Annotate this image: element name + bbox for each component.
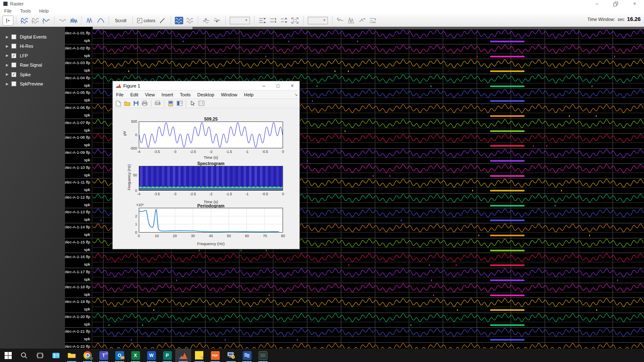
wave-brace-blue-icon[interactable]: { [19, 16, 30, 26]
save-icon[interactable] [132, 100, 140, 107]
restore-button[interactable] [606, 0, 625, 8]
figure-close-button[interactable]: × [285, 81, 299, 90]
figure-menu-window[interactable]: Window [218, 92, 241, 97]
tree-expand-icon[interactable]: ▶ [6, 54, 8, 57]
taskbar-icon-start[interactable] [0, 349, 16, 362]
property-inspector-icon[interactable] [197, 100, 205, 107]
selection-corners-icon[interactable] [290, 16, 301, 26]
figure-minimize-button[interactable]: – [257, 81, 271, 90]
tree-checkbox[interactable]: ✓ [11, 53, 16, 58]
new-file-icon[interactable] [114, 100, 122, 107]
menu-file[interactable]: File [0, 8, 16, 13]
spk-raster-row[interactable] [93, 39, 644, 44]
taskbar-icon-matlab[interactable] [175, 349, 191, 362]
sidebar-item-spkpreview[interactable]: ▶SpkPreview [0, 80, 65, 88]
tree-expand-icon[interactable]: ▶ [6, 35, 8, 39]
colormap-icon[interactable] [167, 100, 174, 107]
lfp-trace-row[interactable] [93, 59, 644, 68]
lfp-trace-row[interactable] [93, 283, 644, 292]
lfp-trace-row[interactable] [93, 298, 644, 307]
sidebar-item-lfp[interactable]: ▶✓LFP [0, 52, 65, 60]
menu-tools[interactable]: Tools [16, 8, 35, 13]
tree-checkbox[interactable] [11, 34, 16, 39]
tree-expand-icon[interactable]: ▶ [6, 63, 8, 67]
taskbar-icon-raster-app[interactable] [255, 349, 271, 362]
tree-expand-icon[interactable]: ▶ [6, 82, 8, 86]
print-figure-icon[interactable] [154, 100, 161, 107]
sidebar-item-spike[interactable]: ▶✓Spike [0, 70, 65, 79]
wave-step-icon[interactable] [357, 16, 368, 26]
plot-browser-icon[interactable] [176, 100, 183, 107]
align-bottom-icon[interactable] [212, 16, 223, 26]
toolbar-dropdown[interactable]: ▼ [308, 17, 328, 24]
colors-checkbox[interactable]: ✓colors [135, 18, 157, 23]
taskbar-icon-sticky-notes[interactable] [191, 349, 207, 362]
plot3-axes[interactable] [139, 208, 283, 233]
menu-help[interactable]: Help [35, 8, 53, 13]
figure-menu-insert[interactable]: Insert [158, 92, 177, 97]
wave-brace-single-icon[interactable]: { [41, 16, 52, 26]
wave-bounds-icon[interactable] [368, 16, 379, 26]
wave-peaks-icon[interactable] [346, 16, 357, 26]
wave-brace-gray-icon[interactable]: { [30, 16, 41, 26]
matlab-figure-window[interactable]: Figure 1 – □ × ↘FileEditViewInsertToolsD… [112, 81, 300, 249]
tree-checkbox[interactable] [11, 44, 16, 49]
sidebar-item-raw-signal[interactable]: ▶Raw Signal [0, 61, 65, 69]
taskbar-icon-publisher[interactable]: P [159, 349, 175, 362]
list-indent-icon[interactable] [268, 16, 279, 26]
figure-menu-edit[interactable]: Edit [127, 92, 142, 97]
taskbar-icon-foxit-pdf[interactable]: PDF [207, 349, 223, 362]
lfp-trace-row[interactable] [93, 343, 644, 349]
figure-menu-view[interactable]: View [142, 92, 158, 97]
align-top-icon[interactable] [201, 16, 212, 26]
lfp-trace-row[interactable] [93, 328, 644, 337]
minimize-button[interactable]: – [587, 0, 606, 8]
spk-raster-row[interactable] [93, 263, 644, 268]
wave-flat-icon[interactable] [335, 16, 346, 26]
wave-tall-blue-icon[interactable] [68, 16, 79, 26]
figure-menu-tools[interactable]: Tools [177, 92, 194, 97]
spk-raster-row[interactable] [93, 278, 644, 283]
pen-icon[interactable] [157, 16, 168, 26]
cursor-select-icon[interactable] [3, 16, 13, 26]
lfp-trace-row[interactable] [93, 29, 644, 39]
lfp-trace-row[interactable] [93, 44, 644, 54]
taskbar-icon-search[interactable] [16, 349, 32, 362]
figure-menu-desktop[interactable]: Desktop [194, 92, 218, 97]
plot2-axes[interactable] [139, 166, 283, 191]
spike-shape-icon[interactable] [95, 16, 106, 26]
taskbar-icon-remote-desktop[interactable] [223, 349, 239, 362]
sidebar-item-hi-res[interactable]: ▶Hi-Res [0, 42, 65, 50]
spk-raster-row[interactable] [93, 337, 644, 342]
figure-menu-help[interactable]: Help [241, 92, 257, 97]
spk-raster-row[interactable] [93, 54, 644, 59]
tree-expand-icon[interactable]: ▶ [6, 44, 8, 48]
spk-raster-row[interactable] [93, 323, 644, 328]
plot1-axes[interactable] [139, 122, 283, 148]
rows-waves-icon[interactable] [184, 16, 195, 26]
close-button[interactable]: × [625, 0, 644, 8]
taskbar-icon-task-view[interactable] [32, 349, 48, 362]
figure-maximize-button[interactable]: □ [271, 81, 285, 90]
tree-checkbox[interactable] [11, 62, 16, 67]
toolbar-dropdown[interactable]: ▼ [230, 17, 250, 24]
checkbox-mark[interactable]: ✓ [137, 18, 142, 23]
scroll-button[interactable]: Scroll [112, 18, 130, 23]
figure-menu-file[interactable]: File [113, 92, 127, 97]
taskbar-icon-outlook[interactable]: O [112, 349, 127, 362]
taskbar-icon-people[interactable] [48, 349, 64, 362]
open-folder-icon[interactable] [123, 100, 131, 107]
print-icon[interactable] [141, 100, 148, 107]
lfp-trace-row[interactable] [93, 313, 644, 322]
spk-raster-row[interactable] [93, 308, 644, 313]
spike-train-icon[interactable] [84, 16, 95, 26]
list-sort-icon[interactable] [257, 16, 268, 26]
taskbar-icon-chrome[interactable] [80, 349, 96, 362]
taskbar-icon-blackrock-central[interactable] [239, 349, 255, 362]
spk-raster-row[interactable] [93, 293, 644, 298]
list-up-icon[interactable] [279, 16, 290, 26]
sidebar-item-digital-events[interactable]: ▶Digital Events [0, 33, 65, 41]
cursor-arrow-icon[interactable] [189, 100, 196, 107]
lfp-trace-row[interactable] [93, 268, 644, 277]
taskbar-icon-word[interactable]: W [143, 349, 159, 362]
